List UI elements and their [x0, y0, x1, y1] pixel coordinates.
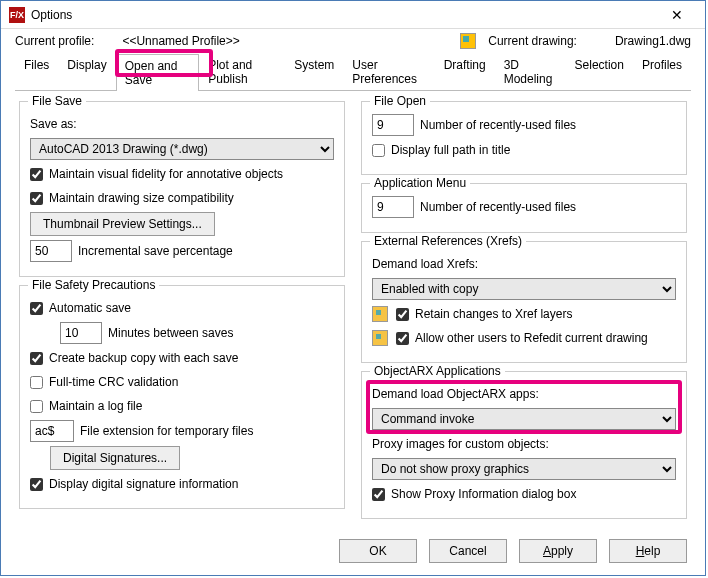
maintain-visual-checkbox[interactable]: [30, 168, 43, 181]
recent-files-label: Number of recently-used files: [420, 118, 576, 132]
retain-xref-label: Retain changes to Xref layers: [415, 307, 572, 321]
tab-3d-modeling[interactable]: 3D Modeling: [495, 53, 566, 90]
save-as-select[interactable]: AutoCAD 2013 Drawing (*.dwg): [30, 138, 334, 160]
tabstrip: Files Display Open and Save Plot and Pub…: [15, 53, 691, 91]
xref-retain-icon: [372, 306, 388, 322]
logfile-label: Maintain a log file: [49, 399, 142, 413]
display-sig-checkbox[interactable]: [30, 478, 43, 491]
tab-open-and-save[interactable]: Open and Save: [116, 54, 200, 91]
proxy-images-select[interactable]: Do not show proxy graphics: [372, 458, 676, 480]
help-button[interactable]: Help: [609, 539, 687, 563]
group-file-safety: File Safety Precautions Automatic save M…: [19, 285, 345, 509]
allow-refedit-checkbox[interactable]: [396, 332, 409, 345]
digital-signatures-button[interactable]: Digital Signatures...: [50, 446, 180, 470]
help-rest: elp: [644, 544, 660, 558]
profile-value: <<Unnamed Profile>>: [122, 34, 239, 48]
drawing-label: Current drawing:: [488, 34, 577, 48]
maintain-size-label: Maintain drawing size compatibility: [49, 191, 234, 205]
full-path-label: Display full path in title: [391, 143, 510, 157]
logfile-checkbox[interactable]: [30, 400, 43, 413]
demand-xrefs-select[interactable]: Enabled with copy: [372, 278, 676, 300]
close-icon[interactable]: ✕: [657, 7, 697, 23]
demand-arx-select[interactable]: Command invoke: [372, 408, 676, 430]
backup-label: Create backup copy with each save: [49, 351, 238, 365]
crc-checkbox[interactable]: [30, 376, 43, 389]
thumbnail-preview-button[interactable]: Thumbnail Preview Settings...: [30, 212, 215, 236]
tab-profiles[interactable]: Profiles: [633, 53, 691, 90]
minutes-label: Minutes between saves: [108, 326, 233, 340]
tab-files[interactable]: Files: [15, 53, 58, 90]
drawing-value: Drawing1.dwg: [615, 34, 691, 48]
apply-rest: pply: [551, 544, 573, 558]
xrefs-title: External References (Xrefs): [370, 234, 526, 248]
apply-button[interactable]: Apply: [519, 539, 597, 563]
tab-system[interactable]: System: [285, 53, 343, 90]
demand-arx-label: Demand load ObjectARX apps:: [372, 387, 539, 401]
xref-allow-icon: [372, 330, 388, 346]
window-title: Options: [31, 8, 657, 22]
incremental-save-label: Incremental save percentage: [78, 244, 233, 258]
incremental-save-input[interactable]: [30, 240, 72, 262]
group-app-menu: Application Menu Number of recently-used…: [361, 183, 687, 233]
group-objectarx: ObjectARX Applications Demand load Objec…: [361, 371, 687, 519]
cancel-button[interactable]: Cancel: [429, 539, 507, 563]
display-sig-label: Display digital signature information: [49, 477, 238, 491]
file-ext-input[interactable]: [30, 420, 74, 442]
ok-button[interactable]: OK: [339, 539, 417, 563]
demand-xrefs-label: Demand load Xrefs:: [372, 257, 478, 271]
appmenu-recent-label: Number of recently-used files: [420, 200, 576, 214]
profile-label: Current profile:: [15, 34, 94, 48]
show-proxy-label: Show Proxy Information dialog box: [391, 487, 576, 501]
tab-drafting[interactable]: Drafting: [435, 53, 495, 90]
group-xrefs: External References (Xrefs) Demand load …: [361, 241, 687, 363]
file-ext-label: File extension for temporary files: [80, 424, 253, 438]
app-menu-title: Application Menu: [370, 176, 470, 190]
file-safety-title: File Safety Precautions: [28, 278, 159, 292]
dialog-buttons: OK Cancel Apply Help: [1, 529, 705, 575]
file-open-title: File Open: [370, 94, 430, 108]
titlebar: F/X Options ✕: [1, 1, 705, 29]
tab-selection[interactable]: Selection: [566, 53, 633, 90]
auto-save-label: Automatic save: [49, 301, 131, 315]
maintain-size-checkbox[interactable]: [30, 192, 43, 205]
proxy-images-label: Proxy images for custom objects:: [372, 437, 549, 451]
app-icon: F/X: [9, 7, 25, 23]
tab-display[interactable]: Display: [58, 53, 115, 90]
arx-title: ObjectARX Applications: [370, 364, 505, 378]
group-file-save: File Save Save as: AutoCAD 2013 Drawing …: [19, 101, 345, 277]
maintain-visual-label: Maintain visual fidelity for annotative …: [49, 167, 283, 181]
profile-row: Current profile: <<Unnamed Profile>> Cur…: [1, 29, 705, 53]
drawing-icon: [460, 33, 476, 49]
auto-save-checkbox[interactable]: [30, 302, 43, 315]
tab-plot-publish[interactable]: Plot and Publish: [199, 53, 285, 90]
recent-files-input[interactable]: [372, 114, 414, 136]
allow-refedit-label: Allow other users to Refedit current dra…: [415, 331, 648, 345]
save-as-label: Save as:: [30, 117, 77, 131]
backup-checkbox[interactable]: [30, 352, 43, 365]
group-file-open: File Open Number of recently-used files …: [361, 101, 687, 175]
full-path-checkbox[interactable]: [372, 144, 385, 157]
crc-label: Full-time CRC validation: [49, 375, 178, 389]
retain-xref-checkbox[interactable]: [396, 308, 409, 321]
tab-user-preferences[interactable]: User Preferences: [343, 53, 434, 90]
appmenu-recent-input[interactable]: [372, 196, 414, 218]
show-proxy-checkbox[interactable]: [372, 488, 385, 501]
minutes-input[interactable]: [60, 322, 102, 344]
file-save-title: File Save: [28, 94, 86, 108]
